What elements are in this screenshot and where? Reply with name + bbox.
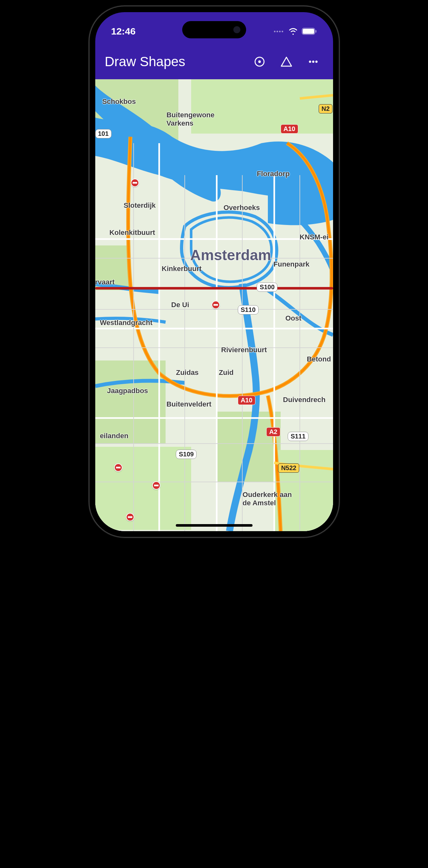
svg-rect-14 <box>274 450 333 531</box>
svg-rect-2 <box>315 30 316 33</box>
battery-icon <box>302 28 317 35</box>
drawn-shape-line[interactable] <box>95 287 333 289</box>
status-indicators <box>274 25 317 35</box>
circle-tool-button[interactable] <box>252 55 267 69</box>
svg-rect-10 <box>191 79 333 133</box>
page-title: Draw Shapes <box>105 54 246 69</box>
app-bar: Draw Shapes <box>95 47 333 79</box>
svg-point-6 <box>312 61 314 63</box>
map-view[interactable]: Amsterdam SchokbosBuitengewoneVarkensFlo… <box>95 79 333 531</box>
dynamic-island <box>182 21 246 38</box>
wifi-icon <box>288 28 298 35</box>
svg-point-4 <box>258 60 261 63</box>
no-entry-icon <box>114 463 122 472</box>
svg-rect-1 <box>303 29 314 34</box>
triangle-tool-button[interactable] <box>279 55 294 69</box>
home-indicator[interactable] <box>176 524 252 527</box>
no-entry-icon <box>131 179 139 187</box>
no-entry-icon <box>212 301 220 309</box>
recording-indicator-icon <box>274 31 283 32</box>
more-options-button[interactable] <box>306 55 320 69</box>
app-bar-actions <box>252 55 324 69</box>
svg-rect-13 <box>95 447 191 530</box>
svg-point-7 <box>315 61 317 63</box>
screen: 12:46 <box>95 12 333 531</box>
status-time: 12:46 <box>111 23 136 37</box>
phone-frame: 12:46 <box>90 6 339 537</box>
more-horizontal-icon <box>307 56 319 67</box>
svg-point-5 <box>309 61 311 63</box>
circle-dot-icon <box>254 56 265 67</box>
svg-rect-11 <box>95 361 165 443</box>
triangle-icon <box>280 56 293 67</box>
